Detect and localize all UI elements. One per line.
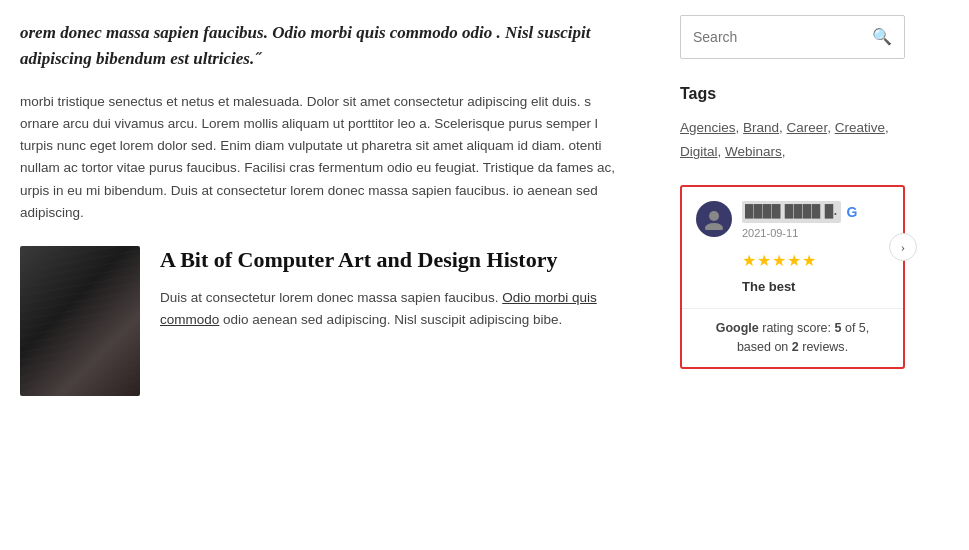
next-arrow-button[interactable]: ›	[889, 233, 917, 261]
review-date: 2021-09-11	[742, 225, 889, 243]
score-value: 5	[835, 321, 842, 335]
search-input[interactable]	[693, 29, 872, 45]
article-section: A Bit of Computer Art and Design History…	[20, 246, 630, 396]
search-icon: 🔍	[872, 24, 892, 50]
of-label: of 5,	[845, 321, 869, 335]
body-paragraph: morbi tristique senectus et netus et mal…	[20, 91, 630, 225]
review-text: The best	[742, 277, 889, 298]
reviewer-name-row: ████ ████ █. G	[742, 201, 889, 223]
tag-webinars[interactable]: Webinars	[725, 144, 782, 159]
based-on-label: based on	[737, 340, 788, 354]
review-content: ████ ████ █. G 2021-09-11 ★★★★★ The best	[742, 201, 889, 298]
tag-career[interactable]: Career	[787, 120, 828, 135]
sidebar: 🔍 Tags Agencies, Brand, Career, Creative…	[660, 0, 925, 550]
search-box[interactable]: 🔍	[680, 15, 905, 59]
tags-title: Tags	[680, 81, 905, 107]
reviewer-name: ████ ████ █.	[742, 201, 841, 222]
tag-agencies[interactable]: Agencies	[680, 120, 736, 135]
reviews-count: 2	[792, 340, 799, 354]
svg-point-1	[705, 223, 723, 230]
review-footer: Google rating score: 5 of 5,based on 2 r…	[682, 308, 903, 367]
tag-brand[interactable]: Brand	[743, 120, 779, 135]
quote-text: orem donec massa sapien faucibus. Odio m…	[20, 20, 630, 73]
svg-point-0	[709, 211, 719, 221]
google-icon: G	[847, 201, 858, 223]
tag-digital[interactable]: Digital	[680, 144, 718, 159]
rating-score-label: rating score:	[762, 321, 831, 335]
star-rating: ★★★★★	[742, 248, 889, 274]
tags-list: Agencies, Brand, Career, Creative, Digit…	[680, 116, 905, 165]
article-text: A Bit of Computer Art and Design History…	[160, 246, 630, 331]
tags-section: Tags Agencies, Brand, Career, Creative, …	[680, 81, 905, 165]
article-body: Duis at consectetur lorem donec massa sa…	[160, 287, 630, 332]
avatar	[696, 201, 732, 237]
review-widget: ████ ████ █. G 2021-09-11 ★★★★★ The best…	[680, 185, 905, 369]
review-card: ████ ████ █. G 2021-09-11 ★★★★★ The best…	[682, 187, 903, 308]
main-content: orem donec massa sapien faucibus. Odio m…	[0, 0, 660, 550]
article-image	[20, 246, 140, 396]
article-title: A Bit of Computer Art and Design History	[160, 246, 630, 275]
tag-creative[interactable]: Creative	[835, 120, 885, 135]
reviews-label: reviews	[802, 340, 844, 354]
google-brand-label: Google	[716, 321, 759, 335]
